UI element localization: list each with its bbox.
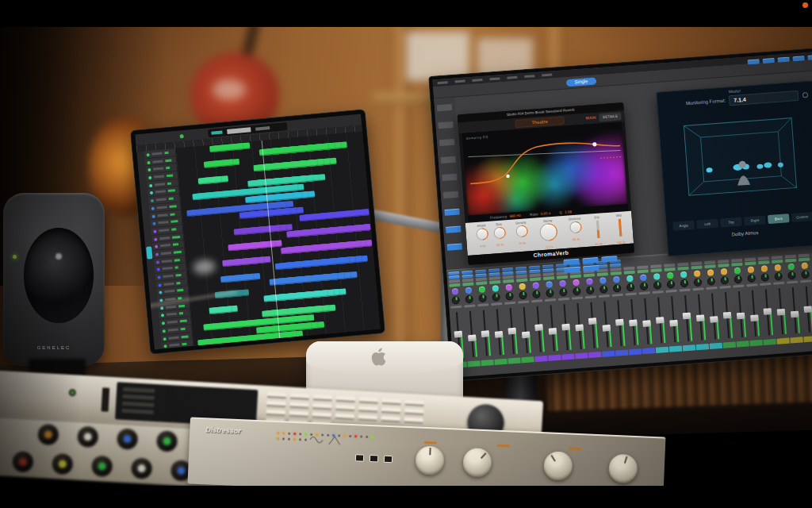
pan-knob[interactable] xyxy=(505,292,514,301)
fader-cap[interactable] xyxy=(629,319,638,326)
automation-button[interactable] xyxy=(719,286,730,289)
automation-button[interactable] xyxy=(558,298,569,301)
compressor-button[interactable] xyxy=(530,277,541,281)
fader-cap[interactable] xyxy=(454,330,463,337)
details-tab[interactable]: DETAILS xyxy=(599,112,622,121)
fader-cap[interactable] xyxy=(534,324,543,331)
automation-button[interactable] xyxy=(706,287,717,290)
pan-knob[interactable] xyxy=(613,284,622,293)
automation-button[interactable] xyxy=(653,291,664,294)
atmos-view-custom[interactable]: Custom xyxy=(791,212,812,222)
fader-cap[interactable] xyxy=(549,328,557,335)
automation-button[interactable] xyxy=(464,304,475,307)
fader-cap[interactable] xyxy=(495,331,504,338)
fader-cap[interactable] xyxy=(750,314,759,321)
compressor-button[interactable] xyxy=(758,260,769,264)
inspector-chip[interactable] xyxy=(437,104,453,111)
fader-cap[interactable] xyxy=(561,324,570,331)
pan-knob[interactable] xyxy=(760,273,769,282)
plugin-chip[interactable] xyxy=(807,55,812,60)
fader-cap[interactable] xyxy=(804,306,812,313)
fader-cap[interactable] xyxy=(791,311,799,318)
pan-knob[interactable] xyxy=(733,275,742,284)
insert-chip[interactable] xyxy=(563,259,579,265)
compressor-button[interactable] xyxy=(503,279,514,283)
pan-knob[interactable] xyxy=(492,293,500,302)
automation-button[interactable] xyxy=(733,285,744,288)
pan-knob[interactable] xyxy=(667,280,676,289)
automation-button[interactable] xyxy=(787,281,798,284)
fader-cap[interactable] xyxy=(642,320,651,327)
inspector-chip[interactable] xyxy=(438,121,454,129)
pan-knob[interactable] xyxy=(546,289,554,298)
pan-knob[interactable] xyxy=(747,274,756,283)
inspector-chip[interactable] xyxy=(444,209,460,216)
chromaverb-distance-control[interactable]: Distance56 % xyxy=(564,214,586,242)
arrange-area[interactable] xyxy=(175,132,381,346)
automation-button[interactable] xyxy=(800,279,811,283)
atmos-view-top[interactable]: Top xyxy=(720,217,742,228)
plugin-chip[interactable] xyxy=(792,56,804,61)
automation-button[interactable] xyxy=(572,296,583,299)
plugin-chip[interactable] xyxy=(748,59,760,64)
automation-button[interactable] xyxy=(585,295,596,298)
pan-knob[interactable] xyxy=(559,288,568,297)
fader-cap[interactable] xyxy=(481,330,490,337)
automation-button[interactable] xyxy=(491,302,502,306)
automation-button[interactable] xyxy=(626,292,637,295)
atmos-view-back[interactable]: Back xyxy=(768,214,790,224)
inspector-chip[interactable] xyxy=(442,174,458,181)
inspector-chip[interactable] xyxy=(446,226,462,233)
fader-cap[interactable] xyxy=(683,312,691,319)
insert-chip[interactable] xyxy=(583,265,599,271)
atmos-view-right[interactable]: Right xyxy=(744,215,766,225)
pan-knob[interactable] xyxy=(519,291,527,300)
pan-knob[interactable] xyxy=(720,276,729,285)
pan-knob[interactable] xyxy=(707,277,716,286)
compressor-button[interactable] xyxy=(489,280,500,284)
automation-button[interactable] xyxy=(612,294,623,297)
atmos-view-left[interactable]: Left xyxy=(696,219,718,229)
pan-knob[interactable] xyxy=(626,283,635,292)
automation-button[interactable] xyxy=(760,283,771,286)
compressor-button[interactable] xyxy=(462,283,473,287)
atmos-view-angle[interactable]: Angle xyxy=(672,221,695,231)
pan-knob[interactable] xyxy=(801,270,810,279)
fader-cap[interactable] xyxy=(669,320,678,327)
reverb-visualizer[interactable]: Damping EQ xyxy=(462,121,627,216)
fader-cap[interactable] xyxy=(615,319,624,326)
automation-button[interactable] xyxy=(450,306,462,309)
single-view-toggle[interactable]: Single xyxy=(566,78,597,87)
pan-knob[interactable] xyxy=(465,295,473,304)
settings-gear-icon[interactable] xyxy=(802,92,808,98)
insert-chip[interactable] xyxy=(582,257,598,264)
compressor-button[interactable] xyxy=(677,267,688,271)
compressor-button[interactable] xyxy=(691,265,702,269)
automation-button[interactable] xyxy=(531,299,542,302)
inspector-chip[interactable] xyxy=(441,156,457,164)
automation-button[interactable] xyxy=(692,287,703,291)
compressor-button[interactable] xyxy=(516,279,527,283)
pan-knob[interactable] xyxy=(573,287,581,296)
fader-cap[interactable] xyxy=(723,312,732,319)
compressor-button[interactable] xyxy=(476,281,487,285)
compressor-button[interactable] xyxy=(718,264,729,267)
compressor-button[interactable] xyxy=(449,283,460,287)
compressor-button[interactable] xyxy=(651,268,662,272)
fader-cap[interactable] xyxy=(777,309,786,316)
pan-knob[interactable] xyxy=(774,272,783,281)
pan-knob[interactable] xyxy=(478,294,487,302)
pan-knob[interactable] xyxy=(653,281,662,290)
automation-button[interactable] xyxy=(518,300,529,303)
fader-cap[interactable] xyxy=(603,325,611,332)
pan-knob[interactable] xyxy=(532,290,541,298)
compressor-button[interactable] xyxy=(543,276,554,280)
main-tab[interactable]: MAIN xyxy=(585,115,596,121)
fader-cap[interactable] xyxy=(696,314,705,321)
automation-button[interactable] xyxy=(504,302,515,305)
compressor-button[interactable] xyxy=(731,263,742,267)
automation-button[interactable] xyxy=(666,290,677,293)
record-button[interactable] xyxy=(179,134,183,138)
chromaverb-decay-control[interactable]: Decay3.2 s xyxy=(532,216,565,250)
automation-button[interactable] xyxy=(545,298,556,302)
